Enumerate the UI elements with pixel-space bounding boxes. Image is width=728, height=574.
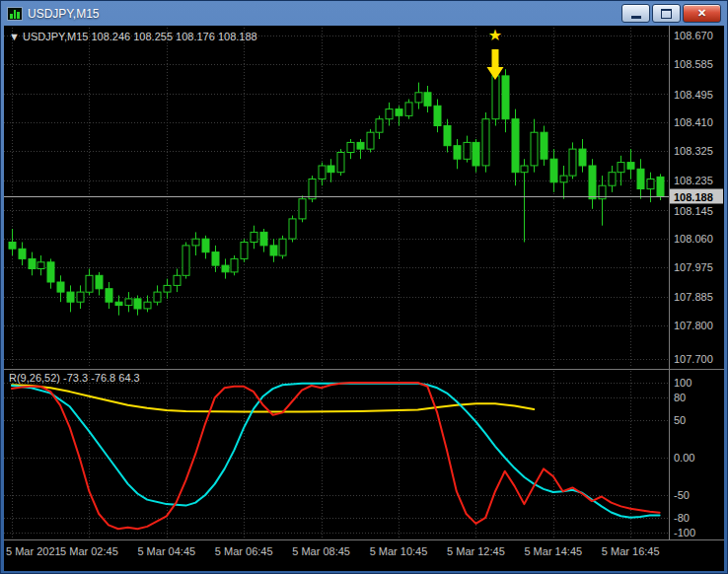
candle-body bbox=[618, 163, 624, 173]
candle-body bbox=[202, 239, 209, 252]
current-price-tag-label: 108.188 bbox=[674, 191, 713, 203]
candle-body bbox=[492, 76, 499, 119]
candle-body bbox=[47, 262, 54, 282]
candle-body bbox=[531, 132, 538, 166]
indicator-axis-label: -50 bbox=[674, 489, 690, 501]
candle-body bbox=[444, 126, 451, 146]
candle-body bbox=[241, 243, 248, 259]
candle-body bbox=[29, 258, 36, 268]
candle-body bbox=[415, 93, 422, 103]
candle-body bbox=[647, 179, 654, 189]
titlebar[interactable]: USDJPY,M15 ✕ bbox=[4, 1, 724, 26]
candle-body bbox=[579, 149, 586, 166]
price-axis-label: 108.145 bbox=[674, 205, 713, 217]
candle-body bbox=[405, 103, 412, 116]
candle-body bbox=[386, 109, 393, 119]
candle-body bbox=[482, 119, 489, 166]
indicator-axis-label: -80 bbox=[674, 512, 690, 524]
candle-body bbox=[174, 275, 181, 285]
candle-body bbox=[222, 265, 229, 272]
candle-body bbox=[86, 275, 93, 292]
price-axis-label: 108.060 bbox=[674, 233, 713, 245]
candle-body bbox=[328, 166, 334, 173]
candle-body bbox=[154, 292, 161, 302]
window-title: USDJPY,M15 bbox=[28, 7, 621, 21]
chart-client-area: 108.188★108.670108.585108.495108.410108.… bbox=[4, 26, 724, 571]
mt4-chart-window: USDJPY,M15 ✕ 108.188★108.670108.585108.4… bbox=[0, 0, 728, 574]
time-axis-label: 5 Mar 08:45 bbox=[292, 545, 350, 557]
candle-body bbox=[637, 169, 644, 188]
indicator-axis-label: 0.00 bbox=[674, 452, 694, 464]
time-axis-label: 5 Mar 2021 bbox=[6, 545, 61, 557]
candle-body bbox=[424, 93, 431, 107]
window-controls: ✕ bbox=[621, 4, 721, 23]
candle-body bbox=[77, 292, 84, 302]
candle-body bbox=[67, 292, 74, 302]
candle-body bbox=[550, 159, 557, 182]
price-axis-label: 108.495 bbox=[674, 89, 713, 101]
time-axis-label: 5 Mar 12:45 bbox=[447, 545, 505, 557]
candle-body bbox=[164, 285, 171, 292]
time-axis-label: 5 Mar 02:45 bbox=[60, 545, 118, 557]
candle-body bbox=[589, 166, 596, 199]
candle-body bbox=[319, 166, 326, 179]
candle-body bbox=[464, 142, 471, 159]
candle-body bbox=[289, 219, 296, 239]
candle-body bbox=[454, 146, 461, 160]
candle-body bbox=[521, 166, 528, 173]
candle-body bbox=[182, 246, 189, 275]
star-mark-icon: ★ bbox=[488, 27, 502, 43]
price-axis-label: 108.585 bbox=[674, 58, 713, 70]
candle-body bbox=[309, 179, 316, 199]
candle-body bbox=[569, 149, 576, 176]
candle-body bbox=[251, 232, 257, 242]
indicator-axis-label: 50 bbox=[674, 414, 686, 426]
price-axis-label: 107.700 bbox=[674, 353, 713, 365]
chart-app-icon bbox=[7, 7, 23, 21]
candle-body bbox=[19, 249, 26, 258]
minimize-button[interactable] bbox=[621, 4, 650, 23]
candle-body bbox=[231, 258, 238, 272]
indicator-axis-label: -100 bbox=[674, 527, 695, 538]
chart-canvas[interactable]: 108.188★108.670108.585108.495108.410108.… bbox=[4, 26, 724, 570]
maximize-button[interactable] bbox=[652, 4, 681, 23]
maximize-icon bbox=[661, 9, 672, 19]
candle-body bbox=[512, 119, 519, 173]
close-button[interactable]: ✕ bbox=[683, 4, 721, 23]
time-axis-label: 5 Mar 06:45 bbox=[215, 545, 273, 557]
candle-body bbox=[192, 239, 199, 246]
time-axis-label: 5 Mar 10:45 bbox=[370, 545, 428, 557]
candle-body bbox=[657, 177, 664, 196]
time-axis-label: 5 Mar 14:45 bbox=[524, 545, 582, 557]
candle-body bbox=[299, 199, 306, 219]
candle-body bbox=[37, 262, 44, 269]
candle-body bbox=[279, 239, 286, 255]
candle-body bbox=[502, 76, 509, 119]
candle-body bbox=[260, 232, 267, 246]
candle-body bbox=[96, 275, 103, 289]
time-axis-label: 5 Mar 16:45 bbox=[602, 545, 660, 557]
candle-body bbox=[357, 142, 364, 149]
indicator-axis-label: 80 bbox=[674, 392, 686, 403]
candle-body bbox=[115, 302, 122, 305]
minimize-icon bbox=[631, 16, 641, 19]
price-axis-label: 108.325 bbox=[674, 145, 713, 157]
candle-body bbox=[212, 252, 219, 266]
candle-body bbox=[396, 109, 402, 116]
candle-body bbox=[434, 106, 441, 125]
candle-body bbox=[106, 289, 112, 303]
indicator-axis-label: 100 bbox=[674, 377, 692, 389]
indicator-header: R(9,26,52) -73.3 -76.8 64.3 bbox=[9, 372, 140, 384]
candle-body bbox=[541, 132, 547, 159]
price-axis-label: 108.235 bbox=[674, 175, 713, 186]
candle-body bbox=[376, 119, 383, 133]
candle-body bbox=[473, 142, 479, 166]
price-axis-label: 107.885 bbox=[674, 291, 713, 303]
candle-body bbox=[337, 153, 344, 173]
candle-body bbox=[367, 132, 374, 149]
price-axis-label: 107.800 bbox=[674, 320, 713, 331]
candle-body bbox=[347, 142, 354, 152]
price-axis-label: 108.670 bbox=[674, 30, 713, 41]
candle-body bbox=[134, 299, 141, 309]
candle-body bbox=[57, 282, 64, 292]
